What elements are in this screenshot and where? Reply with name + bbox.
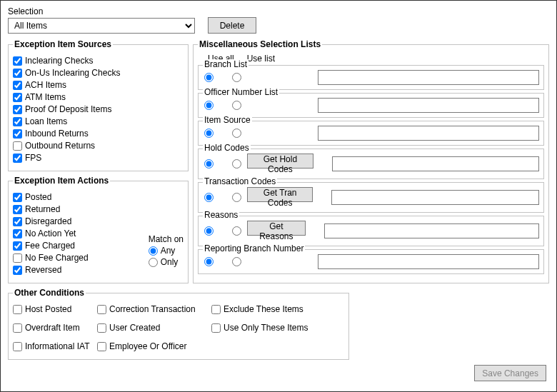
exception-source-checkbox[interactable] bbox=[13, 93, 22, 102]
exception-source-row: Inbound Returns bbox=[13, 129, 184, 139]
misc-group-label: Branch List bbox=[203, 59, 249, 69]
exception-source-label: FPS bbox=[25, 153, 41, 163]
use-all-radio[interactable] bbox=[204, 129, 214, 138]
misc-group-label: Transaction Codes bbox=[203, 176, 277, 186]
selection-row: Selection All Items Delete bbox=[8, 6, 549, 34]
exception-action-checkbox[interactable] bbox=[13, 253, 22, 263]
use-all-radio[interactable] bbox=[204, 193, 214, 202]
exception-source-checkbox[interactable] bbox=[13, 141, 22, 151]
other-condition-label: Host Posted bbox=[25, 304, 71, 314]
misc-text-input[interactable] bbox=[331, 190, 539, 205]
misc-row: Get Hold Codes bbox=[204, 154, 539, 174]
exception-source-checkbox[interactable] bbox=[13, 129, 22, 139]
exception-action-row: Posted bbox=[13, 192, 136, 202]
use-all-radio[interactable] bbox=[204, 257, 214, 266]
exception-action-label: Disregarded bbox=[25, 216, 71, 226]
exception-source-checkbox[interactable] bbox=[13, 154, 22, 163]
exception-source-checkbox[interactable] bbox=[13, 56, 22, 66]
misc-text-input[interactable] bbox=[318, 70, 539, 85]
exception-source-checkbox[interactable] bbox=[13, 81, 22, 90]
other-condition-label: Employee Or Officer bbox=[109, 341, 186, 351]
exception-action-label: Posted bbox=[25, 192, 51, 202]
match-on-label: Match on bbox=[149, 234, 184, 244]
exception-action-checkbox[interactable] bbox=[13, 229, 22, 238]
match-on-group: Match on AnyOnly bbox=[149, 234, 184, 277]
misc-group-holdcodes: Hold CodesGet Hold Codes bbox=[198, 149, 544, 179]
other-conditions-legend: Other Conditions bbox=[13, 288, 86, 298]
exception-source-checkbox[interactable] bbox=[13, 117, 22, 126]
exception-source-row: Inclearing Checks bbox=[13, 56, 184, 66]
other-condition-checkbox[interactable] bbox=[97, 342, 106, 351]
misc-text-input[interactable] bbox=[318, 98, 539, 113]
misc-group-label: Hold Codes bbox=[203, 143, 251, 153]
use-list-radio[interactable] bbox=[232, 226, 241, 236]
exception-source-label: ATM Items bbox=[25, 92, 66, 102]
other-condition-label: Overdraft Item bbox=[25, 323, 80, 333]
other-condition-checkbox[interactable] bbox=[13, 323, 22, 333]
misc-row: Get Tran Codes bbox=[204, 187, 539, 208]
other-conditions-group: Other Conditions Host PostedCorrection T… bbox=[8, 288, 349, 360]
other-condition-row: Host Posted bbox=[13, 304, 97, 314]
exception-action-checkbox[interactable] bbox=[13, 205, 22, 214]
use-all-radio[interactable] bbox=[204, 73, 214, 82]
other-condition-checkbox[interactable] bbox=[211, 323, 221, 333]
misc-row bbox=[204, 98, 539, 113]
exception-action-label: Reversed bbox=[25, 265, 61, 275]
misc-action-button[interactable]: Get Reasons bbox=[247, 221, 306, 236]
other-condition-row: Exclude These Items bbox=[211, 304, 333, 314]
use-list-radio[interactable] bbox=[232, 73, 241, 82]
exception-source-checkbox[interactable] bbox=[13, 69, 22, 78]
exception-action-checkbox[interactable] bbox=[13, 241, 22, 251]
use-all-radio[interactable] bbox=[204, 101, 214, 110]
exception-source-row: ACH Items bbox=[13, 80, 184, 90]
misc-header: Use all Use list bbox=[208, 54, 544, 64]
other-condition-label: Correction Transaction bbox=[109, 304, 196, 314]
use-list-radio[interactable] bbox=[232, 257, 241, 266]
use-list-radio[interactable] bbox=[232, 101, 241, 110]
misc-action-button[interactable]: Get Hold Codes bbox=[247, 154, 313, 169]
use-list-radio[interactable] bbox=[232, 193, 241, 202]
other-condition-checkbox[interactable] bbox=[211, 305, 221, 314]
use-list-radio[interactable] bbox=[232, 159, 241, 169]
misc-row bbox=[204, 126, 539, 141]
other-condition-row: User Created bbox=[97, 323, 211, 333]
exception-source-checkbox[interactable] bbox=[13, 105, 22, 114]
misc-text-input[interactable] bbox=[324, 223, 539, 238]
use-list-radio[interactable] bbox=[232, 129, 241, 138]
use-all-radio[interactable] bbox=[204, 159, 214, 169]
other-condition-checkbox[interactable] bbox=[97, 323, 106, 333]
exception-source-row: FPS bbox=[13, 153, 184, 163]
other-condition-checkbox[interactable] bbox=[13, 305, 22, 314]
other-condition-checkbox[interactable] bbox=[97, 305, 106, 314]
misc-group-itemsource: Item Source bbox=[198, 121, 544, 146]
misc-action-button[interactable]: Get Tran Codes bbox=[247, 187, 313, 202]
exception-action-checkbox[interactable] bbox=[13, 217, 22, 226]
other-condition-label: Informational IAT bbox=[25, 341, 89, 351]
use-all-radio[interactable] bbox=[204, 226, 214, 236]
misc-row bbox=[204, 254, 539, 269]
exception-action-label: No Fee Charged bbox=[25, 253, 89, 263]
match-on-radio[interactable] bbox=[149, 246, 158, 256]
other-condition-checkbox[interactable] bbox=[13, 342, 22, 351]
misc-row: Get Reasons bbox=[204, 221, 539, 241]
selection-combo[interactable]: All Items bbox=[8, 18, 195, 34]
exception-source-label: Inbound Returns bbox=[25, 129, 89, 139]
exception-source-label: ACH Items bbox=[25, 80, 66, 90]
misc-legend: Miscellaneous Selection Lists bbox=[198, 39, 322, 49]
misc-text-input[interactable] bbox=[318, 254, 539, 269]
misc-text-input[interactable] bbox=[332, 156, 539, 171]
exception-action-checkbox[interactable] bbox=[13, 266, 22, 275]
exception-action-checkbox[interactable] bbox=[13, 193, 22, 202]
other-condition-label: User Created bbox=[109, 323, 160, 333]
exception-action-row: Reversed bbox=[13, 265, 136, 275]
other-condition-label: Use Only These Items bbox=[224, 323, 308, 333]
misc-group-branch: Branch List bbox=[198, 65, 544, 90]
match-on-radio[interactable] bbox=[149, 258, 158, 267]
misc-group-officer: Officer Number List bbox=[198, 93, 544, 118]
other-condition-row: Employee Or Officer bbox=[97, 341, 211, 351]
misc-text-input[interactable] bbox=[318, 126, 539, 141]
other-condition-row: Use Only These Items bbox=[211, 323, 333, 333]
save-changes-button[interactable]: Save Changes bbox=[474, 365, 546, 381]
delete-button[interactable]: Delete bbox=[208, 17, 256, 34]
other-condition-row: Informational IAT bbox=[13, 341, 97, 351]
